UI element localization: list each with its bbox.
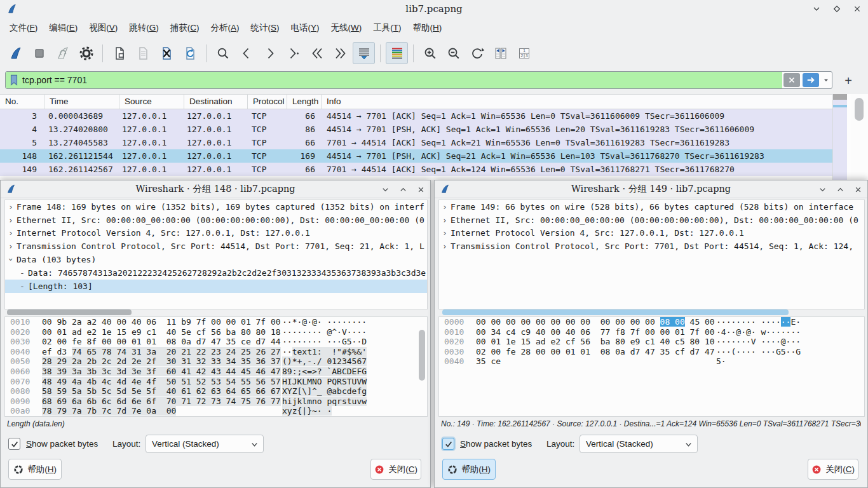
expander-icon[interactable]: › bbox=[439, 202, 451, 212]
hex-row[interactable]: 004035 ce5· bbox=[439, 356, 864, 367]
menu-item-10[interactable]: 帮助(H) bbox=[407, 19, 448, 37]
stop-capture-icon[interactable] bbox=[28, 42, 50, 64]
zoom-in-icon[interactable] bbox=[419, 42, 441, 64]
show-packet-bytes-checkbox[interactable] bbox=[8, 438, 20, 450]
tree-row[interactable]: ›Ethernet II, Src: 00:00:00_00:00:00 (00… bbox=[5, 214, 427, 227]
menu-item-3[interactable]: 跳转(G) bbox=[123, 19, 165, 37]
expander-icon[interactable]: › bbox=[439, 228, 451, 238]
hex-row[interactable]: 001000 34 c4 c9 40 00 40 06 77 f8 7f 00 … bbox=[439, 327, 864, 337]
hex-row[interactable]: 003002 00 fe 8f 00 00 01 01 08 0a d7 47 … bbox=[5, 337, 427, 347]
hex-row[interactable]: 005028 29 2a 2b 2c 2d 2e 2f 30 31 32 33 … bbox=[5, 356, 427, 367]
zoom-out-icon[interactable] bbox=[442, 42, 465, 64]
tree-row[interactable]: ›Transmission Control Protocol, Src Port… bbox=[5, 240, 427, 253]
close-button[interactable]: 关闭(C) bbox=[808, 459, 858, 480]
minimize-icon[interactable] bbox=[817, 184, 828, 195]
save-file-icon[interactable] bbox=[132, 42, 154, 64]
expander-icon[interactable]: › bbox=[439, 215, 451, 225]
colorize-icon[interactable] bbox=[386, 42, 408, 64]
filter-dropdown-icon[interactable] bbox=[820, 73, 832, 87]
layout-select[interactable]: Vertical (Stacked) bbox=[580, 435, 698, 453]
start-capture-icon[interactable] bbox=[4, 42, 27, 64]
hex-row[interactable]: 003002 00 fe 28 00 00 01 01 08 0a d7 47 … bbox=[439, 347, 864, 357]
tree-row[interactable]: ›Frame 148: 169 bytes on wire (1352 bits… bbox=[5, 200, 427, 214]
tree-hscrollbar[interactable] bbox=[7, 309, 132, 315]
menu-item-9[interactable]: 工具(T) bbox=[367, 19, 407, 37]
packet-bytes-pane[interactable]: 001000 9b 2a a2 40 00 40 06 11 b9 7f 00 … bbox=[4, 316, 428, 417]
menu-item-0[interactable]: 文件(F) bbox=[4, 19, 43, 37]
close-button[interactable]: 关闭(C) bbox=[370, 459, 421, 480]
packet-row[interactable]: 149162.261142567127.0.0.1127.0.0.1TCP667… bbox=[0, 163, 832, 176]
menu-item-6[interactable]: 统计(S) bbox=[245, 19, 285, 37]
maximize-icon[interactable] bbox=[397, 184, 409, 195]
tree-row[interactable]: ›Frame 149: 66 bytes on wire (528 bits),… bbox=[439, 200, 864, 214]
column-header-info[interactable]: Info bbox=[322, 95, 832, 109]
menu-item-4[interactable]: 捕获(C) bbox=[165, 19, 205, 37]
expander-icon[interactable]: › bbox=[5, 215, 17, 225]
layout-select[interactable]: Vertical (Stacked) bbox=[146, 435, 264, 453]
menu-item-8[interactable]: 无线(W) bbox=[325, 19, 368, 37]
column-header-no[interactable]: No. bbox=[0, 95, 44, 109]
hex-row[interactable]: 001000 9b 2a a2 40 00 40 06 11 b9 7f 00 … bbox=[5, 317, 427, 327]
filter-apply-icon[interactable] bbox=[803, 73, 819, 87]
packet-row[interactable]: 513.274045583127.0.0.1127.0.0.1TCP667701… bbox=[0, 136, 832, 149]
auto-scroll-icon[interactable] bbox=[353, 42, 375, 64]
packet-row[interactable]: 413.274020800127.0.0.1127.0.0.1TCP864451… bbox=[0, 123, 832, 136]
hex-row[interactable]: 009068 69 6a 6b 6c 6d 6e 6f 70 71 72 73 … bbox=[5, 396, 427, 407]
column-header-protocol[interactable]: Protocol bbox=[248, 95, 287, 109]
help-button[interactable]: 帮助(H) bbox=[8, 459, 62, 480]
menu-item-1[interactable]: 编辑(E) bbox=[43, 19, 83, 37]
menu-item-7[interactable]: 电话(Y) bbox=[285, 19, 325, 37]
show-packet-bytes-checkbox[interactable] bbox=[442, 438, 454, 450]
column-header-time[interactable]: Time bbox=[44, 95, 119, 109]
tree-row[interactable]: ›Internet Protocol Version 4, Src: 127.0… bbox=[5, 227, 427, 240]
maximize-icon[interactable] bbox=[831, 3, 843, 15]
column-header-source[interactable]: Source bbox=[119, 95, 184, 109]
tree-row[interactable]: ›Ethernet II, Src: 00:00:00_00:00:00 (00… bbox=[439, 214, 864, 227]
close-icon[interactable] bbox=[852, 184, 864, 195]
first-packet-icon[interactable] bbox=[306, 42, 328, 64]
packet-detail-tree[interactable]: ›Frame 148: 169 bytes on wire (1352 bits… bbox=[4, 200, 428, 309]
goto-packet-icon[interactable] bbox=[282, 42, 304, 64]
expander-icon[interactable]: › bbox=[5, 202, 17, 212]
hex-row[interactable]: 002000 01 ad e2 1e 15 e9 c1 40 5e cf 56 … bbox=[5, 327, 427, 337]
hex-row[interactable]: 00a078 79 7a 7b 7c 7d 7e 0a 00xyz{|}~· · bbox=[5, 406, 427, 416]
scrollbar-thumb[interactable] bbox=[855, 98, 864, 121]
display-filter-input[interactable] bbox=[22, 72, 782, 88]
hex-row[interactable]: 002000 01 1e 15 ad e2 cf 56 ba 80 e9 c1 … bbox=[439, 337, 864, 347]
close-icon[interactable] bbox=[851, 3, 863, 15]
hex-row[interactable]: 0040ef d3 74 65 78 74 31 3a 20 21 22 23 … bbox=[5, 347, 427, 357]
restart-capture-icon[interactable] bbox=[51, 42, 74, 64]
packet-row[interactable]: 148162.261121544127.0.0.1127.0.0.1TCP169… bbox=[0, 149, 832, 163]
tree-row[interactable]: ›Data (103 bytes) bbox=[5, 253, 427, 266]
tree-row[interactable]: -[Length: 103] bbox=[5, 280, 427, 293]
open-file-icon[interactable] bbox=[108, 42, 130, 64]
maximize-icon[interactable] bbox=[834, 184, 846, 195]
expander-icon[interactable]: › bbox=[439, 241, 451, 251]
hex-row[interactable]: 006038 39 3a 3b 3c 3d 3e 3f 60 41 42 43 … bbox=[5, 367, 427, 377]
next-packet-icon[interactable] bbox=[259, 42, 281, 64]
last-packet-icon[interactable] bbox=[329, 42, 351, 64]
hex-row[interactable]: 007048 49 4a 4b 4c 4d 4e 4f 50 51 52 53 … bbox=[5, 377, 427, 387]
hex-row[interactable]: 008058 59 5a 5b 5c 5d 5e 5f 40 61 62 63 … bbox=[5, 386, 427, 396]
menu-item-5[interactable]: 分析(A) bbox=[205, 19, 245, 37]
tree-row[interactable]: -Data: 74657874313a202122232425262728292… bbox=[5, 266, 427, 280]
column-header-length[interactable]: Length bbox=[287, 95, 322, 109]
hex-scrollbar-thumb[interactable] bbox=[419, 330, 425, 381]
intelligent-scrollbar[interactable] bbox=[832, 94, 847, 180]
column-header-destination[interactable]: Destination bbox=[184, 95, 248, 109]
hex-row[interactable]: 000000 00 00 00 00 00 00 00 00 00 00 00 … bbox=[439, 317, 864, 327]
expander-icon[interactable]: › bbox=[5, 228, 17, 238]
capture-options-icon[interactable] bbox=[75, 42, 97, 64]
packet-row[interactable]: 30.000043689127.0.0.1127.0.0.1TCP6644514… bbox=[0, 109, 832, 123]
filter-add-icon[interactable]: + bbox=[840, 72, 857, 89]
packet-detail-tree[interactable]: ›Frame 149: 66 bytes on wire (528 bits),… bbox=[438, 200, 865, 309]
menu-item-2[interactable]: 视图(V) bbox=[83, 19, 123, 37]
expander-icon[interactable]: › bbox=[5, 241, 17, 251]
packet-list-scrollbar[interactable] bbox=[851, 94, 868, 180]
find-packet-icon[interactable] bbox=[212, 42, 234, 64]
minimize-icon[interactable] bbox=[379, 184, 391, 195]
close-file-icon[interactable] bbox=[155, 42, 177, 64]
close-icon[interactable] bbox=[415, 184, 426, 195]
toggle-columns-icon[interactable]: 123 bbox=[513, 42, 535, 64]
tree-row[interactable]: ›Internet Protocol Version 4, Src: 127.0… bbox=[439, 227, 864, 240]
